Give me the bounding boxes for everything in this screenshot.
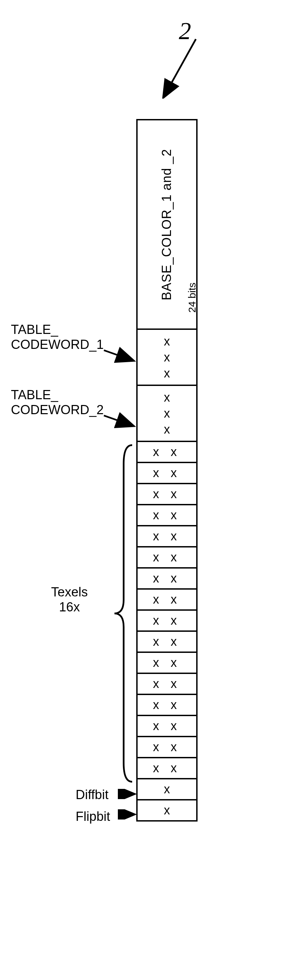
texel-row: x x xyxy=(136,484,198,505)
codeword-1-bit: x xyxy=(164,366,170,380)
texel-row: x x xyxy=(136,547,198,568)
texel-row: x x xyxy=(136,611,198,632)
svg-line-3 xyxy=(104,350,133,360)
texels-brace xyxy=(112,444,136,783)
flipbit-label: Flipbit xyxy=(75,809,110,824)
svg-line-5 xyxy=(104,415,133,426)
texel-row: x x xyxy=(136,590,198,611)
base-color-label: BASE_COLOR_1 and _2 xyxy=(160,149,174,300)
diffbit-row: x xyxy=(136,780,198,800)
texel-row: x x xyxy=(136,695,198,716)
texel-row: x x xyxy=(136,758,198,780)
svg-line-1 xyxy=(170,39,196,85)
codeword-1-bit: x xyxy=(164,334,170,348)
table-codeword-2-arrow xyxy=(102,412,140,433)
flipbit-arrow xyxy=(118,809,138,819)
codeword-2-bit: x xyxy=(164,406,170,421)
base-color-bits: 24 bits xyxy=(186,283,198,312)
table-codeword-1-arrow xyxy=(102,347,140,367)
texel-row: x x xyxy=(136,653,198,674)
codeword-2-bit: x xyxy=(164,422,170,437)
texels-label: Texels 16x xyxy=(51,585,88,614)
table-codeword-1-label: TABLE_ CODEWORD_1 xyxy=(11,322,104,352)
texel-row: x x xyxy=(136,463,198,484)
bit-layout-diagram: 2 BASE_COLOR_1 and _2 24 bits TABLE_ COD… xyxy=(136,119,198,821)
diffbit-label: Diffbit xyxy=(75,788,108,802)
table-codeword-1-section: x x x xyxy=(136,330,198,386)
table-codeword-2-section: x x x xyxy=(136,386,198,442)
texel-row: x x xyxy=(136,737,198,758)
texel-row: x x xyxy=(136,527,198,547)
flipbit-row: x xyxy=(136,800,198,821)
base-color-section: BASE_COLOR_1 and _2 24 bits xyxy=(136,119,198,330)
figure-pointer-arrow xyxy=(157,30,204,99)
texel-row: x x xyxy=(136,442,198,463)
texel-row: x x xyxy=(136,716,198,737)
texel-row: x x xyxy=(136,505,198,527)
texels-section: x x x x x x x x x x x x x x x x x x x x … xyxy=(136,442,198,780)
codeword-2-bit: x xyxy=(164,390,170,405)
texel-row: x x xyxy=(136,632,198,653)
texel-row: x x xyxy=(136,568,198,590)
codeword-1-bit: x xyxy=(164,350,170,364)
texel-row: x x xyxy=(136,674,198,695)
table-codeword-2-label: TABLE_ CODEWORD_2 xyxy=(11,388,104,417)
diffbit-arrow xyxy=(118,789,138,799)
